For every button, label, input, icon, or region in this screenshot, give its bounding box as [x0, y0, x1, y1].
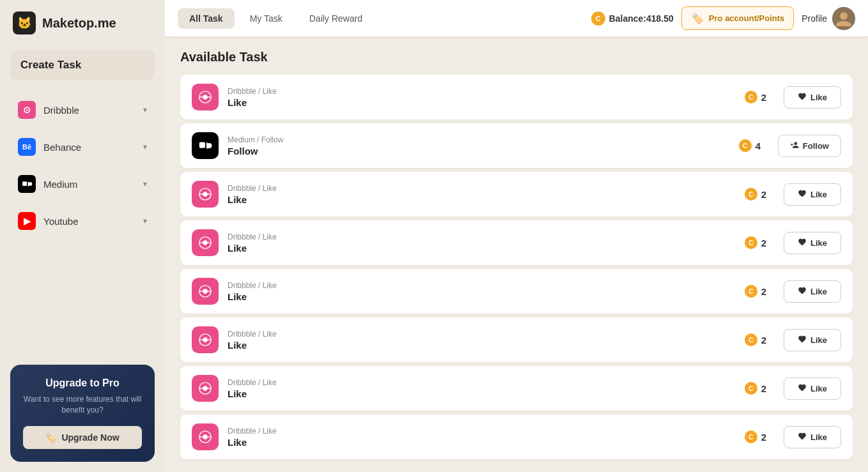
task-area: Available Task Dribbble / Like Like C 2 … — [165, 37, 868, 472]
task-action-label: Like — [810, 190, 827, 199]
sidebar-item-behance[interactable]: Bē Behance ▾ — [5, 129, 160, 165]
dribbble-icon: ⊙ — [18, 101, 36, 119]
task-points: C 4 — [731, 139, 769, 152]
upgrade-now-button[interactable]: 🏷️ Upgrade Now — [23, 426, 142, 449]
task-category: Dribbble / Like — [228, 184, 727, 193]
create-task-button[interactable]: Create Task — [10, 50, 155, 80]
tab-daily-reward[interactable]: Daily Reward — [298, 8, 374, 29]
sidebar-item-youtube[interactable]: ▶ Youtube ▾ — [5, 203, 160, 239]
task-action-button[interactable]: Like — [784, 232, 841, 254]
task-item: Dribbble / Like Like C 2 Like — [180, 75, 853, 119]
sidebar-item-label-dribbble: Dribbble — [43, 105, 79, 116]
svg-rect-0 — [22, 181, 27, 186]
task-points: C 2 — [736, 285, 775, 298]
upgrade-title: Upgrade to Pro — [23, 377, 142, 389]
chevron-down-icon: ▾ — [143, 217, 147, 225]
task-action-button[interactable]: Like — [784, 377, 841, 400]
upgrade-btn-label: Upgrade Now — [61, 432, 119, 443]
sidebar-item-label-youtube: Youtube — [43, 216, 79, 227]
task-info: Dribbble / Like Like — [228, 184, 727, 205]
platform-icon — [192, 423, 219, 450]
pro-btn-label: Pro account/Points — [709, 13, 784, 23]
task-points: C 2 — [736, 382, 775, 395]
task-action-button[interactable]: Like — [784, 329, 841, 351]
chevron-down-icon: ▾ — [143, 179, 147, 188]
profile-label: Profile — [802, 13, 827, 24]
chevron-down-icon: ▾ — [143, 142, 147, 151]
task-action-button[interactable]: Follow — [778, 135, 841, 157]
task-list: Dribbble / Like Like C 2 Like Medium / F… — [180, 75, 853, 462]
coin-icon: C — [745, 188, 757, 201]
pro-icon: 🏷️ — [691, 12, 704, 24]
task-name: Like — [228, 194, 727, 205]
task-name: Like — [228, 388, 727, 399]
coin-icon: C — [745, 91, 757, 103]
task-points-value: 4 — [756, 141, 761, 151]
task-points: C 2 — [736, 188, 775, 201]
main-content: All Task My Task Daily Reward C Balance:… — [165, 0, 868, 472]
platform-icon — [192, 375, 219, 402]
upgrade-box: Upgrade to Pro Want to see more features… — [10, 365, 155, 462]
like-icon — [798, 286, 807, 297]
task-points: C 2 — [736, 236, 775, 249]
platform-icon — [192, 326, 219, 353]
task-category: Dribbble / Like — [228, 87, 727, 96]
task-points-value: 2 — [761, 238, 766, 248]
task-points-value: 2 — [761, 383, 766, 394]
sidebar-item-dribbble[interactable]: ⊙ Dribbble ▾ — [5, 92, 160, 128]
svg-rect-8 — [199, 142, 205, 148]
task-item: Dribbble / Like Like C 2 Like — [180, 172, 853, 217]
task-info: Medium / Follow Follow — [228, 135, 722, 156]
task-action-button[interactable]: Like — [784, 86, 841, 109]
svg-rect-10 — [206, 142, 208, 148]
sidebar: 🐱 Maketop.me Create Task ⊙ Dribbble ▾ Bē… — [0, 0, 165, 472]
sidebar-nav: ⊙ Dribbble ▾ Bē Behance ▾ Medium ▾ ▶ — [0, 91, 165, 354]
task-points-value: 2 — [761, 189, 766, 200]
tab-all-task[interactable]: All Task — [178, 8, 235, 29]
task-action-label: Like — [810, 287, 827, 296]
task-points: C 2 — [736, 91, 775, 103]
task-item: Dribbble / Like Like C 2 Like — [180, 220, 853, 265]
task-item: Medium / Follow Follow C 4 Follow — [180, 123, 853, 168]
task-info: Dribbble / Like Like — [228, 87, 727, 108]
task-category: Dribbble / Like — [228, 281, 727, 290]
task-action-label: Like — [810, 432, 827, 442]
svg-rect-2 — [28, 182, 29, 187]
task-action-button[interactable]: Like — [784, 426, 841, 448]
balance-value: 418.50 — [646, 13, 674, 24]
task-info: Dribbble / Like Like — [228, 232, 727, 254]
task-name: Like — [228, 243, 727, 254]
task-action-label: Follow — [803, 141, 829, 151]
coin-icon: C — [591, 11, 605, 26]
balance-display: C Balance:418.50 — [591, 11, 674, 26]
sidebar-item-medium[interactable]: Medium ▾ — [5, 166, 160, 202]
task-points-value: 2 — [761, 92, 766, 103]
header: All Task My Task Daily Reward C Balance:… — [165, 0, 868, 37]
youtube-icon: ▶ — [18, 212, 36, 230]
upgrade-description: Want to see more features that will bene… — [23, 394, 142, 416]
task-item: Dribbble / Like Like C 2 Like — [180, 366, 853, 411]
task-action-button[interactable]: Like — [784, 280, 841, 303]
like-icon — [798, 92, 807, 103]
task-action-label: Like — [810, 335, 827, 345]
task-item: Dribbble / Like Like C 2 Like — [180, 269, 853, 314]
task-category: Medium / Follow — [228, 135, 722, 144]
coin-icon: C — [745, 333, 757, 346]
pro-account-button[interactable]: 🏷️ Pro account/Points — [681, 6, 794, 30]
task-points: C 2 — [736, 430, 775, 443]
profile-button[interactable]: Profile — [802, 7, 855, 30]
tab-my-task[interactable]: My Task — [238, 8, 294, 29]
task-info: Dribbble / Like Like — [228, 330, 727, 351]
task-action-label: Like — [810, 93, 827, 102]
like-icon — [798, 335, 807, 346]
like-icon — [798, 383, 807, 394]
behance-icon: Bē — [18, 138, 36, 156]
svg-point-1 — [28, 182, 32, 186]
task-action-label: Like — [810, 384, 827, 393]
like-icon — [798, 189, 807, 200]
task-info: Dribbble / Like Like — [228, 281, 727, 302]
task-category: Dribbble / Like — [228, 427, 727, 436]
platform-icon — [192, 84, 219, 110]
coin-icon: C — [745, 382, 757, 395]
task-action-button[interactable]: Like — [784, 183, 841, 206]
